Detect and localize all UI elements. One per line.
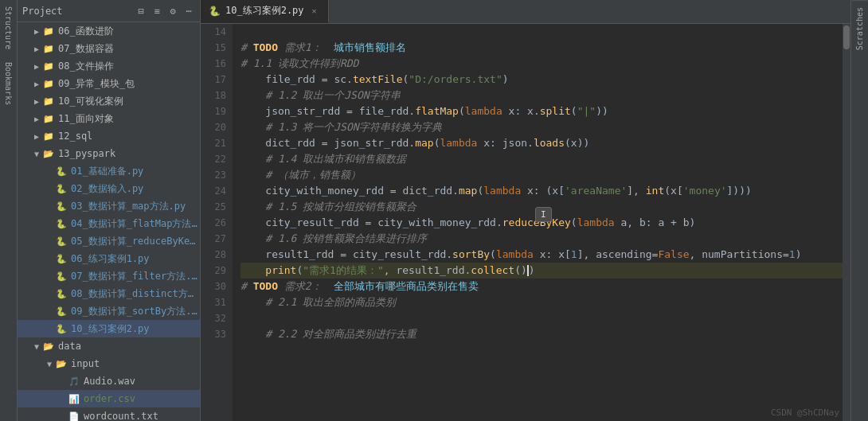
- tree-label: 08_数据计算_distinct方法.py: [71, 287, 200, 301]
- tree-item-sortby[interactable]: 🐍 09_数据计算_sortBy方法.py: [18, 302, 200, 320]
- code-token: #: [240, 40, 253, 56]
- vertical-scrollbar[interactable]: [843, 24, 850, 421]
- code-line-29: print("需求1的结果：", result1_rdd.collect()): [240, 263, 843, 279]
- code-line-28: result1_rdd = city_result_rdd.sortBy(lam…: [240, 247, 843, 263]
- watermark: CSDN @ShCDNay: [771, 407, 839, 418]
- tree-label: 02_数据输入.py: [71, 182, 143, 196]
- more-icon[interactable]: ⋯: [182, 5, 195, 18]
- code-line-27: # 1.6 按销售额聚合结果进行排序: [240, 231, 843, 247]
- settings-icon[interactable]: ⚙: [166, 5, 179, 18]
- code-token: (x)): [565, 135, 589, 151]
- tree-arrow: ▶: [30, 45, 43, 53]
- folder-open-icon: 📂: [56, 359, 68, 369]
- tab-close-button[interactable]: ✕: [309, 6, 320, 17]
- tree-item-func-adv[interactable]: ▶ 📁 06_函数进阶: [18, 22, 200, 40]
- todo-text: 城市销售额排名: [334, 40, 406, 56]
- collapse-all-icon[interactable]: ⊟: [135, 5, 147, 18]
- tree-arrow: ▶: [30, 115, 43, 123]
- tree-item-visual[interactable]: ▶ 📁 10_可视化案例: [18, 92, 200, 110]
- folder-icon: 📁: [43, 96, 56, 107]
- scratches-side-tab[interactable]: Scratches: [852, 0, 867, 57]
- line-num-16: 16: [201, 56, 226, 72]
- code-token: (: [403, 72, 409, 88]
- scrollbar-thumb[interactable]: [843, 25, 850, 49]
- folder-open-icon: 📂: [43, 149, 56, 159]
- code-token: (: [459, 103, 465, 119]
- tree-arrow: ▶: [30, 62, 43, 71]
- code-line-16: # 1.1 读取文件得到RDD: [240, 56, 843, 72]
- bookmarks-tab[interactable]: Bookmarks: [1, 56, 16, 111]
- py-file-icon: 🐍: [56, 289, 68, 299]
- sidebar-toolbar: Project ⊟ ≡ ⚙ ⋯: [18, 0, 200, 22]
- code-token: (x[: [664, 183, 682, 199]
- code-token: (: [571, 103, 577, 119]
- code-token: lambda: [465, 103, 502, 119]
- tree-item-audio[interactable]: 🎵 Audio.wav: [18, 372, 200, 390]
- code-token: [240, 263, 265, 279]
- code-comment: # 1.6 按销售额聚合结果进行排序: [240, 231, 427, 247]
- code-editor[interactable]: 14 15 16 17 18 19 20 21 22 23 24 25 26 2…: [201, 24, 850, 421]
- code-token: ],: [627, 183, 645, 199]
- todo-keyword: TODO: [253, 40, 284, 56]
- code-token: "|": [577, 103, 596, 119]
- tree-item-oop[interactable]: ▶ 📁 11_面向对象: [18, 110, 200, 127]
- tree-item-pyspark[interactable]: ▼ 📂 13_pyspark: [18, 145, 200, 162]
- py-file-icon: 🐍: [56, 254, 68, 264]
- tree-item-exercise2[interactable]: 🐍 10_练习案例2.py: [18, 320, 200, 337]
- folder-icon: 📁: [43, 44, 56, 54]
- code-token: lambda: [440, 135, 477, 151]
- code-token: )): [596, 103, 608, 119]
- structure-tab[interactable]: Structure: [1, 0, 16, 56]
- file-tree: ▶ 📁 06_函数进阶 ▶ 📁 07_数据容器 ▶ 📁 08_文件操作 ▶ 📁 …: [18, 22, 200, 421]
- code-token: x: x[: [534, 247, 571, 263]
- tree-item-input[interactable]: ▼ 📂 input: [18, 355, 200, 372]
- code-token: (: [434, 135, 440, 151]
- tree-item-flatmap[interactable]: 🐍 04_数据计算_flatMap方法.py: [18, 215, 200, 232]
- tree-item-sql[interactable]: ▶ 📁 12_sql: [18, 127, 200, 145]
- tree-item-distinct[interactable]: 🐍 08_数据计算_distinct方法.py: [18, 285, 200, 302]
- line-num-20: 20: [201, 119, 226, 135]
- tree-item-file-ops[interactable]: ▶ 📁 08_文件操作: [18, 57, 200, 75]
- code-token: map: [459, 183, 477, 199]
- tree-label: 12_sql: [58, 131, 92, 142]
- py-file-icon: 🐍: [56, 184, 68, 194]
- code-token: 需求2：: [284, 279, 334, 294]
- folder-icon: 📁: [43, 26, 56, 37]
- code-line-14: [240, 24, 843, 40]
- code-token: "D:/orders.txt": [409, 72, 502, 88]
- tree-item-data[interactable]: ▼ 📂 data: [18, 337, 200, 355]
- code-line-24: city_with_money_rdd = dict_rdd.map(lambd…: [240, 183, 843, 199]
- tree-item-data-container[interactable]: ▶ 📁 07_数据容器: [18, 40, 200, 57]
- tree-item-exception[interactable]: ▶ 📁 09_异常_模块_包: [18, 75, 200, 92]
- code-token: False: [658, 247, 689, 263]
- tree-item-filter[interactable]: 🐍 07_数据计算_filter方法.py: [18, 267, 200, 285]
- code-line-18: # 1.2 取出一个JSON字符串: [240, 88, 843, 103]
- right-side-tabs: Scratches: [850, 0, 868, 421]
- line-num-15: 15: [201, 40, 226, 56]
- py-file-icon: 🐍: [56, 236, 68, 247]
- active-tab[interactable]: 🐍 10_练习案例2.py ✕: [201, 0, 329, 23]
- code-line-17: file_rdd = sc.textFile("D:/orders.txt"): [240, 72, 843, 88]
- line-num-24: 24: [201, 183, 226, 199]
- tree-item-order-csv[interactable]: 📊 order.csv: [18, 390, 200, 407]
- code-comment: # 2.2 对全部商品类别进行去重: [240, 326, 416, 342]
- code-content[interactable]: # TODO 需求1： 城市销售额排名 # 1.1 读取文件得到RDD file…: [233, 24, 843, 421]
- tree-item-data-input[interactable]: 🐍 02_数据输入.py: [18, 180, 200, 197]
- line-num-23: 23: [201, 167, 226, 183]
- tree-item-map-method[interactable]: 🐍 03_数据计算_map方法.py: [18, 197, 200, 215]
- code-token: (: [296, 263, 303, 279]
- tree-item-wordcount[interactable]: 📄 wordcount.txt: [18, 407, 200, 421]
- expand-all-icon[interactable]: ≡: [151, 5, 163, 18]
- code-token: ): [796, 247, 802, 263]
- tree-label: 03_数据计算_map方法.py: [71, 200, 186, 213]
- tree-item-reducebykey[interactable]: 🐍 05_数据计算_reduceByKey方法: [18, 232, 200, 250]
- code-token: ]))): [727, 183, 752, 199]
- code-token: lambda: [577, 215, 615, 231]
- code-comment: # （城市，销售额）: [240, 167, 361, 183]
- code-token: (): [514, 263, 527, 279]
- tree-item-basic-prep[interactable]: 🐍 01_基础准备.py: [18, 162, 200, 180]
- wav-file-icon: 🎵: [68, 376, 81, 387]
- tree-label: data: [58, 341, 81, 352]
- code-token: city_result_rdd = city_with_money_rdd.: [240, 215, 502, 231]
- tree-item-exercise1[interactable]: 🐍 06_练习案例1.py: [18, 250, 200, 267]
